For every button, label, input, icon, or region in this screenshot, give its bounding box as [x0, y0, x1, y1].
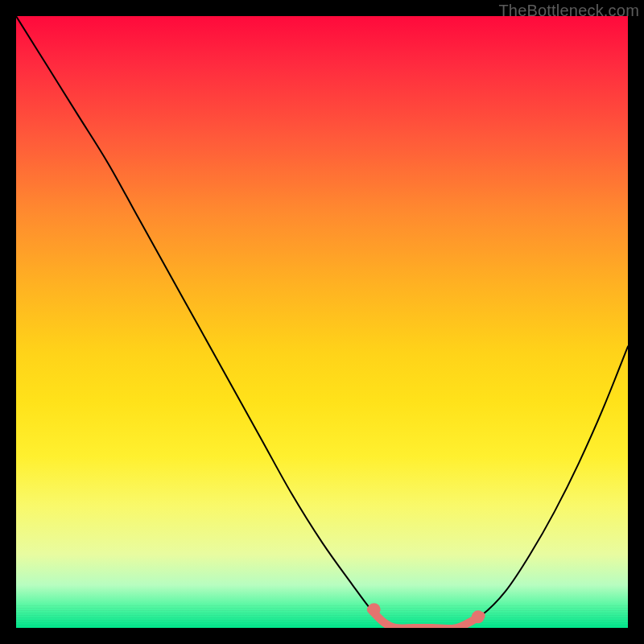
optimal-band-cap-left — [368, 603, 381, 616]
optimal-band-cap-right — [472, 610, 485, 623]
watermark-text: TheBottleneck.com — [498, 2, 639, 20]
chart-plot-area — [16, 16, 628, 628]
curve-layer — [16, 16, 628, 628]
bottleneck-curve — [16, 16, 628, 628]
optimal-band-highlight — [371, 609, 481, 628]
